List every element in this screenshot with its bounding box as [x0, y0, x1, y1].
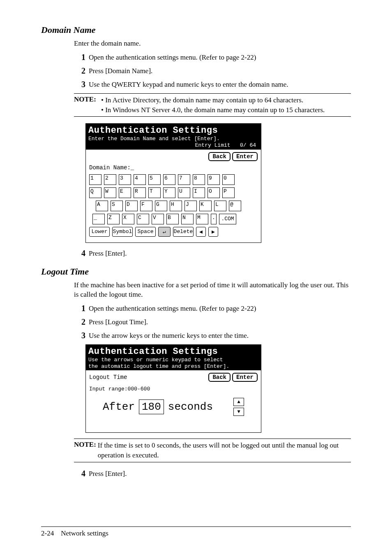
key-j[interactable]: J	[184, 201, 197, 211]
key-u[interactable]: U	[178, 187, 190, 198]
step-number: 1	[74, 304, 85, 313]
step-text: Press [Domain Name].	[89, 66, 152, 75]
step-number: 3	[74, 80, 85, 89]
step-item: 1Open the authentication settings menu. …	[74, 304, 351, 313]
up-arrow-button[interactable]: ▲	[233, 398, 244, 406]
key-5[interactable]: 5	[148, 174, 161, 185]
key-t[interactable]: T	[148, 187, 161, 198]
key-backspace[interactable]: ↵	[158, 227, 171, 237]
key-s[interactable]: S	[111, 201, 123, 211]
key-4[interactable]: 4	[134, 174, 146, 185]
input-range-label: Input range:000-600	[89, 386, 258, 392]
key-9[interactable]: 9	[208, 174, 220, 185]
key-v[interactable]: V	[152, 214, 164, 224]
step-item: 2Press [Domain Name].	[74, 66, 351, 76]
key-q[interactable]: Q	[89, 187, 101, 198]
note-block-logout: NOTE: If the time is set to 0 seconds, t…	[74, 439, 351, 462]
key-7[interactable]: 7	[178, 174, 190, 185]
enter-button[interactable]: Enter	[232, 152, 258, 161]
key-symbol[interactable]: Symbol	[112, 227, 133, 237]
enter-button[interactable]: Enter	[232, 373, 258, 382]
key-1[interactable]: 1	[89, 174, 101, 185]
logout-intro: If the machine has been inactive for a s…	[74, 280, 351, 300]
step-item: 1Open the authentication settings menu. …	[74, 53, 351, 62]
step-text: Open the authentication settings menu. (…	[89, 53, 256, 62]
logout-steps-cont: 4Press [Enter].	[74, 469, 351, 478]
logout-time-label: Logout Time	[89, 374, 127, 381]
domain-steps: 1Open the authentication settings menu. …	[74, 53, 351, 89]
note-label: NOTE:	[74, 95, 101, 115]
logout-seconds-input[interactable]: 180	[139, 399, 164, 414]
key-o[interactable]: O	[208, 187, 220, 198]
keyboard-row-2: Q W E R T Y U I O P	[89, 187, 258, 198]
lcd-sub-1: Use the arrows or numeric keypad to sele…	[88, 357, 258, 363]
step-item: 2Press [Logout Time].	[74, 317, 351, 327]
key-l[interactable]: L	[214, 201, 226, 211]
page-number: 2-24	[41, 529, 54, 537]
key-x[interactable]: X	[122, 214, 134, 224]
key-r[interactable]: R	[134, 187, 146, 198]
step-number: 2	[74, 317, 85, 327]
key-w[interactable]: W	[104, 187, 116, 198]
step-text: Press [Enter].	[89, 249, 127, 258]
step-item: 4Press [Enter].	[74, 249, 351, 258]
seconds-label: seconds	[168, 401, 213, 413]
key-left-arrow[interactable]: ◀	[196, 227, 206, 237]
step-number: 2	[74, 66, 85, 76]
lcd-entry-limit: Entry Limit 0/ 64	[88, 142, 258, 149]
down-arrow-button[interactable]: ▼	[233, 408, 244, 416]
key-h[interactable]: H	[170, 201, 182, 211]
key-g[interactable]: G	[155, 201, 167, 211]
lcd-logout-time: Authentication Settings Use the arrows o…	[85, 344, 351, 433]
key-lower[interactable]: Lower	[89, 227, 110, 237]
key-n[interactable]: N	[181, 214, 194, 224]
key-m[interactable]: M	[196, 214, 208, 224]
keyboard-row-1: 1 2 3 4 5 6 7 8 9 0	[89, 174, 258, 185]
key-k[interactable]: K	[199, 201, 212, 211]
key-e[interactable]: E	[119, 187, 131, 198]
key-c[interactable]: C	[137, 214, 149, 224]
key-b[interactable]: B	[166, 214, 179, 224]
key-i[interactable]: I	[193, 187, 205, 198]
step-text: Open the authentication settings menu. (…	[89, 304, 256, 313]
back-button[interactable]: Back	[208, 152, 231, 161]
lcd-title: Authentication Settings	[88, 125, 258, 136]
note-bullet: • In Active Directory, the domain name m…	[101, 95, 325, 105]
step-number: 4	[74, 249, 85, 258]
key-d[interactable]: D	[125, 201, 138, 211]
key-underscore[interactable]: _	[92, 214, 105, 224]
step-item: 3Use the arrow keys or the numeric keys …	[74, 331, 351, 340]
lcd-subtitle: Enter the Domain Name and select [Enter]…	[88, 136, 258, 142]
key-p[interactable]: P	[222, 187, 235, 198]
note-label: NOTE:	[74, 441, 96, 460]
key-period[interactable]: .	[211, 214, 217, 224]
keyboard-row-bottom: Lower Symbol Space ↵ Delete ◀ ▶	[89, 227, 258, 237]
key-a[interactable]: A	[96, 201, 108, 211]
step-item: 4Press [Enter].	[74, 469, 351, 478]
key-6[interactable]: 6	[163, 174, 175, 185]
key-z[interactable]: Z	[107, 214, 120, 224]
key-dotcom[interactable]: .COM	[219, 214, 236, 224]
key-space[interactable]: Space	[135, 227, 156, 237]
logout-input-row: After 180 seconds ▲ ▼	[89, 398, 258, 416]
key-y[interactable]: Y	[163, 187, 175, 198]
lcd-header: Authentication Settings Enter the Domain…	[86, 124, 261, 149]
key-3[interactable]: 3	[119, 174, 131, 185]
key-right-arrow[interactable]: ▶	[208, 227, 218, 237]
key-delete[interactable]: Delete	[173, 227, 194, 237]
key-at[interactable]: @	[229, 201, 241, 211]
logout-steps: 1Open the authentication settings menu. …	[74, 304, 351, 340]
key-8[interactable]: 8	[193, 174, 205, 185]
footer-divider	[41, 526, 351, 527]
domain-name-field-label: Domain Name:_	[89, 164, 258, 171]
key-f[interactable]: F	[140, 201, 152, 211]
lcd-header: Authentication Settings Use the arrows o…	[86, 345, 261, 370]
section-title-domain: Domain Name	[41, 25, 351, 35]
back-button[interactable]: Back	[208, 373, 231, 382]
page-footer: 2-24 Network settings	[41, 526, 351, 538]
keyboard-row-3: A S D F G H J K L @	[96, 201, 258, 211]
key-0[interactable]: 0	[222, 174, 235, 185]
key-2[interactable]: 2	[104, 174, 116, 185]
lcd-domain-name: Authentication Settings Enter the Domain…	[85, 123, 351, 242]
step-number: 1	[74, 53, 85, 62]
